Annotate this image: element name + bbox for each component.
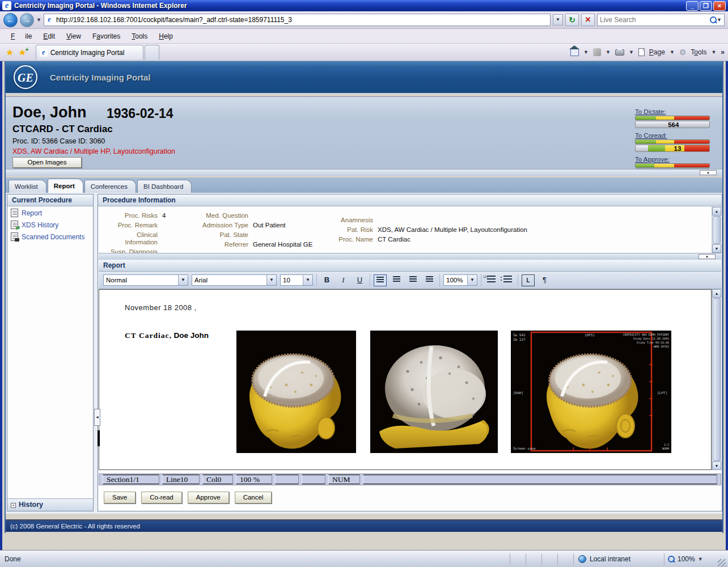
seg-yellow [654,164,674,167]
insert-layout-button[interactable]: L [522,274,535,286]
numbered-list-button[interactable] [485,274,498,286]
align-right-button[interactable] [407,274,420,286]
zoom-dropdown-icon[interactable]: ▼ [698,556,703,562]
cancel-button[interactable]: Cancel [235,492,272,503]
url-input[interactable] [56,16,549,24]
field-value [253,212,338,219]
scroll-down-icon[interactable]: ▼ [712,244,721,253]
scroll-thumb[interactable] [713,216,721,244]
add-favorite-icon[interactable]: ★ [18,47,26,58]
field-label: Med. Question [196,212,253,219]
resize-grip[interactable] [718,559,726,567]
browser-zoom-control[interactable]: 100% ▼ [664,553,718,565]
font-family-select[interactable]: Arial ▼ [192,274,277,286]
expand-history-icon[interactable]: + [11,503,16,508]
tab-bi-dashboard[interactable]: BI Dashboard [137,180,192,193]
search-icon[interactable] [710,16,717,23]
scroll-up-icon[interactable]: ▲ [712,207,721,215]
history-section-header[interactable]: +History [7,498,93,511]
chevron-down-icon[interactable]: ▼ [303,275,312,285]
align-center-button[interactable] [390,274,403,286]
new-tab-button[interactable] [145,45,159,60]
seg-yellow [656,140,674,143]
history-dropdown-icon[interactable]: ▼ [36,17,41,23]
save-button[interactable]: Save [104,492,136,503]
justify-button[interactable] [423,274,436,286]
seg-red [674,140,709,143]
bullet-list-button[interactable] [501,274,514,286]
home-icon[interactable] [570,49,579,56]
restore-button[interactable]: ❐ [700,1,712,11]
paragraph-style-select[interactable]: Normal ▼ [103,274,188,286]
show-paragraph-marks-button[interactable]: ¶ [538,274,551,286]
font-size-select[interactable]: 10 ▼ [280,274,313,286]
scroll-up-icon[interactable]: ▲ [712,289,721,298]
rss-icon[interactable] [593,48,601,56]
url-box[interactable]: e [44,14,551,26]
minimize-button[interactable]: _ [686,1,699,11]
field-value: Out Patient [253,222,338,229]
co-read-button[interactable]: Co-read [141,492,182,503]
home-dropdown-icon[interactable]: ▼ [583,49,589,55]
chevron-down-icon[interactable]: ▼ [178,275,188,285]
field-label: Clinical Information [104,231,162,246]
close-button[interactable]: × [713,1,726,11]
brain-render-image-3: Se 541 Im 127 [HFS] [RAH] [LPT] Screen s… [511,331,671,453]
rss-dropdown-icon[interactable]: ▼ [606,49,611,55]
sidebar-item-report[interactable]: Report [7,206,93,218]
menu-help[interactable]: Help [154,31,178,42]
search-box[interactable]: ▼ [597,14,725,26]
menu-favorites[interactable]: Favorites [87,31,125,42]
zoom-select[interactable]: 100% ▼ [443,274,477,286]
align-left-icon [376,277,384,283]
tab-conferences[interactable]: Conferences [84,180,136,193]
open-images-button[interactable]: Open Images [12,157,82,168]
chevron-down-icon[interactable]: ▼ [467,275,477,285]
scroll-down-icon[interactable]: ▼ [712,462,721,470]
approve-button[interactable]: Approve [188,492,229,503]
print-dropdown-icon[interactable]: ▼ [629,49,634,55]
sidebar-item-label: Scanned Documents [22,233,84,241]
procedure-info-scrollbar[interactable]: ▲ ▼ [712,207,721,253]
forward-button[interactable]: → [20,13,34,27]
favorites-star-icon[interactable]: ★ [6,47,14,58]
bold-button[interactable]: B [320,274,333,286]
browser-tab[interactable]: e Centricity Imaging Portal [36,45,143,60]
tools-menu[interactable]: Tools [691,48,706,56]
chevron-down-icon[interactable]: ▼ [266,275,276,285]
tools-gear-icon[interactable]: ⚙ [679,48,687,57]
menu-tools[interactable]: Tools [126,31,153,42]
toolbar-overflow-icon[interactable]: » [721,48,725,56]
print-icon[interactable] [615,49,624,56]
copyright-footer: (c) 2008 General Electric - All rights r… [6,519,722,532]
report-editor[interactable]: ◄ November 18 2008 , CT Cardiac, Doe Joh… [99,289,712,470]
url-dropdown-button[interactable]: ▼ [553,14,563,26]
search-dropdown-icon[interactable]: ▼ [717,17,722,23]
back-button[interactable]: ← [3,13,18,27]
page-menu[interactable]: Page [649,48,665,56]
search-input[interactable] [600,16,710,24]
stop-button[interactable]: ✕ [581,14,595,26]
sidebar-item-scanned-documents[interactable]: Scanned Documents [7,230,93,242]
page-icon[interactable] [638,48,645,56]
align-left-button[interactable] [374,274,387,286]
refresh-button[interactable]: ↻ [565,14,579,26]
collapse-procedure-info-button[interactable]: ▲ [699,254,716,259]
tools-dropdown-icon[interactable]: ▼ [711,49,716,55]
menu-view[interactable]: View [61,31,86,42]
editor-scrollbar[interactable]: ▲ ▼ [712,289,721,470]
patient-name: Doe, John [12,104,87,121]
menu-edit[interactable]: Edit [38,31,60,42]
field-label: Admission Type [196,222,253,229]
tab-report[interactable]: Report [48,179,83,193]
page-dropdown-icon[interactable]: ▼ [670,49,675,55]
collapse-banner-button[interactable]: ▲ [700,170,717,175]
menu-file[interactable]: File [6,31,37,42]
sidebar-item-xds-history[interactable]: XDS History [7,218,93,230]
italic-button[interactable]: I [337,274,350,286]
underline-button[interactable]: U [353,274,366,286]
tab-worklist[interactable]: Worklist [9,180,46,193]
sidebar-splitter-handle[interactable]: ◄ [94,409,100,426]
scroll-thumb[interactable] [713,298,721,461]
report-heading-bold: Doe John [172,331,209,340]
